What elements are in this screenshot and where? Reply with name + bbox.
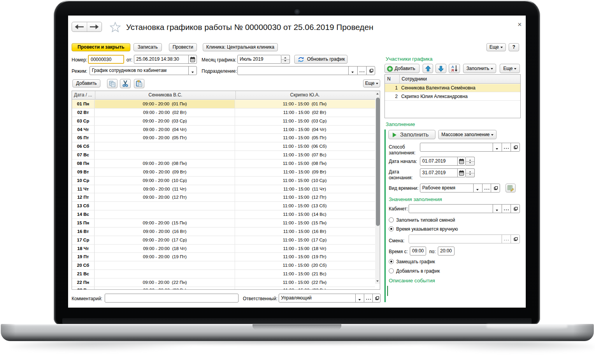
svg-text:Я: Я — [451, 68, 454, 72]
